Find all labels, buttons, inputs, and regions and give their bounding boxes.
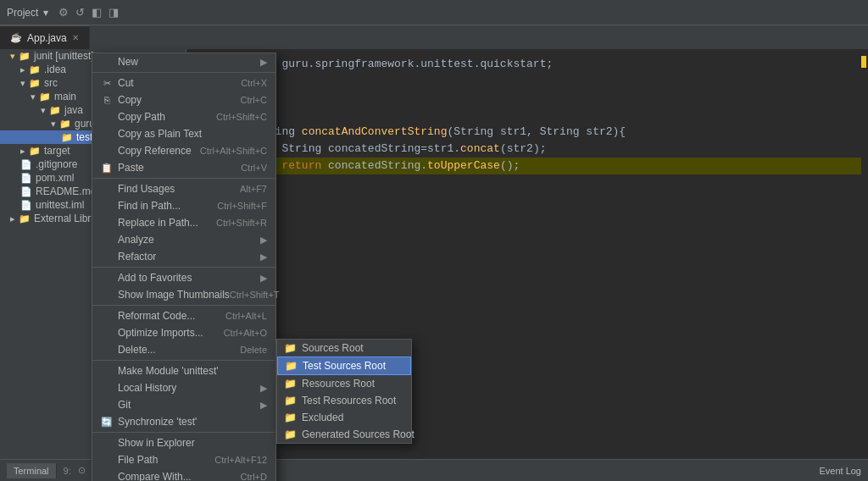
menu-item-label: Find Usages (118, 183, 175, 195)
menu-item-label: Show in Explorer (118, 437, 195, 449)
menu-shortcut: Ctrl+Shift+T (230, 290, 280, 300)
menu-separator (92, 360, 275, 361)
tree-item-label: .gitignore (36, 158, 77, 170)
menu-item-copy[interactable]: ⎘ Copy Ctrl+C (92, 91, 275, 108)
menu-item-label: Analyze (118, 234, 154, 246)
editor-line: 2 (193, 73, 861, 90)
tab-close-icon[interactable]: ✕ (72, 33, 79, 42)
generated-sources-icon: 📁 (284, 428, 297, 440)
submenu-item-resources-root[interactable]: 📁 Resources Root (277, 375, 411, 392)
menu-item-label: Local History (118, 382, 176, 394)
menu-item-file-path[interactable]: File Path Ctrl+Alt+F12 (92, 451, 275, 468)
sync-icon: 🔄 (101, 417, 113, 428)
menu-item-copy-path[interactable]: Copy Path Ctrl+Shift+C (92, 108, 275, 125)
cut-icon: ✂ (101, 78, 113, 89)
menu-shortcut: Ctrl+Alt+L (225, 311, 267, 321)
tab-app-java[interactable]: ☕ App.java ✕ (0, 25, 90, 49)
submenu-item-generated-sources[interactable]: 📁 Generated Sources Root (277, 426, 411, 443)
editor-line: 4 (193, 107, 861, 124)
settings-icon[interactable]: ⚙ (57, 4, 70, 20)
menu-item-add-favorites[interactable]: Add to Favorites ▶ (92, 269, 275, 286)
menu-item-delete[interactable]: Delete... Delete (92, 341, 275, 358)
menu-item-paste[interactable]: 📋 Paste Ctrl+V (92, 159, 275, 176)
menu-item-label: Paste (118, 162, 144, 174)
file-icon: 📄 (20, 186, 32, 197)
terminal-tab[interactable]: Terminal (7, 463, 57, 478)
menu-item-reformat[interactable]: Reformat Code... Ctrl+Alt+L (92, 307, 275, 324)
editor-line: 6 String concatedString=str1.concat(str2… (193, 141, 861, 158)
menu-item-label: New (118, 56, 138, 68)
menu-shortcut: Ctrl+Shift+F (217, 201, 267, 211)
menu-item-label: File Path (118, 454, 158, 466)
expand-arrow-icon: ▾ (31, 91, 36, 102)
menu-separator (92, 267, 275, 268)
menu-item-label: Refactor (118, 251, 156, 263)
editor-line: 7 return concatedString.toUpperCase(); (193, 158, 861, 174)
title-bar: Project ▾ ⚙ ↺ ◧ ◨ (0, 0, 868, 25)
submenu-arrow-icon: ▶ (260, 273, 267, 284)
submenu-arrow-icon: ▶ (260, 383, 267, 394)
code-line: return concatedString.toUpperCase(); (229, 158, 861, 174)
folder-icon: 📁 (29, 64, 41, 75)
expand-arrow-icon: ▸ (20, 146, 25, 157)
menu-item-label: Copy as Plain Text (118, 128, 202, 140)
context-menu: New ▶ ✂ Cut Ctrl+X ⎘ Copy Ctrl+C Copy Pa… (92, 53, 276, 481)
menu-item-label: Optimize Imports... (118, 327, 203, 339)
menu-item-label: Git (118, 399, 131, 411)
copy-icon: ⎘ (101, 95, 113, 105)
submenu-arrow-icon: ▶ (260, 235, 267, 246)
menu-item-copy-ref[interactable]: Copy Reference Ctrl+Alt+Shift+C (92, 142, 275, 159)
menu-item-label: Replace in Path... (118, 217, 198, 229)
submenu-item-test-sources-root[interactable]: 📁 Test Sources Root (277, 357, 411, 375)
menu-item-cut[interactable]: ✂ Cut Ctrl+X (92, 75, 275, 91)
menu-item-optimize-imports[interactable]: Optimize Imports... Ctrl+Alt+O (92, 324, 275, 341)
collapse-icon[interactable]: ◧ (90, 4, 103, 20)
file-icon: 📄 (20, 159, 32, 170)
submenu-arrow-icon: ▶ (260, 252, 267, 263)
menu-separator (92, 305, 275, 306)
editor-line: 1 package guru.springframework.unittest.… (193, 56, 861, 73)
menu-item-refactor[interactable]: Refactor ▶ (92, 248, 275, 265)
menu-item-label: Make Module 'unittest' (118, 365, 219, 377)
expand-arrow-icon: ▾ (51, 119, 56, 130)
submenu-item-sources-root[interactable]: 📁 Sources Root (277, 340, 411, 357)
code-line: } (229, 174, 861, 191)
menu-item-show-explorer[interactable]: Show in Explorer (92, 434, 275, 451)
menu-separator (92, 178, 275, 179)
menu-item-make-module[interactable]: Make Module 'unittest' (92, 362, 275, 379)
submenu-item-label: Generated Sources Root (302, 428, 415, 440)
menu-item-synchronize[interactable]: 🔄 Synchronize 'test' (92, 413, 275, 430)
menu-item-label: Copy Reference (118, 145, 192, 157)
tree-item-label: README.md (36, 185, 96, 197)
menu-shortcut: Alt+F7 (240, 184, 267, 194)
submenu-item-excluded[interactable]: 📁 Excluded (277, 409, 411, 426)
menu-item-label: Find in Path... (118, 200, 181, 212)
expand-icon[interactable]: ◨ (107, 4, 120, 20)
project-dropdown-icon[interactable]: ▾ (43, 7, 48, 19)
menu-item-new[interactable]: New ▶ (92, 53, 275, 70)
menu-item-local-history[interactable]: Local History ▶ (92, 379, 275, 396)
menu-item-label: Cut (118, 77, 134, 89)
menu-item-find-usages[interactable]: Find Usages Alt+F7 (92, 180, 275, 197)
submenu-item-test-resources-root[interactable]: 📁 Test Resources Root (277, 392, 411, 409)
resources-root-icon: 📁 (284, 378, 297, 390)
sync-icon[interactable]: ↺ (74, 4, 86, 20)
menu-item-copy-plain[interactable]: Copy as Plain Text (92, 125, 275, 142)
tree-item-label: target (44, 145, 70, 157)
menu-item-label: Add to Favorites (118, 272, 192, 284)
menu-item-analyze[interactable]: Analyze ▶ (92, 231, 275, 248)
menu-item-replace-path[interactable]: Replace in Path... Ctrl+Shift+R (92, 214, 275, 231)
code-line: String concatAndConvertString(String str… (229, 124, 861, 141)
menu-item-git[interactable]: Git ▶ (92, 396, 275, 413)
folder-icon: 📁 (29, 78, 41, 89)
event-log-label[interactable]: Event Log (819, 466, 861, 476)
editor-gutter-mark (861, 56, 866, 68)
menu-item-compare-with[interactable]: Compare With... Ctrl+D (92, 468, 275, 481)
sources-root-icon: 📁 (284, 342, 297, 354)
paste-icon: 📋 (101, 163, 113, 174)
menu-item-find-path[interactable]: Find in Path... Ctrl+Shift+F (92, 197, 275, 214)
tree-item-label: unittest.iml (36, 199, 84, 211)
submenu-arrow-icon: ▶ (260, 57, 267, 68)
menu-item-show-thumbnails[interactable]: Show Image Thumbnails Ctrl+Shift+T (92, 286, 275, 303)
submenu-arrow-icon: ▶ (260, 400, 267, 411)
